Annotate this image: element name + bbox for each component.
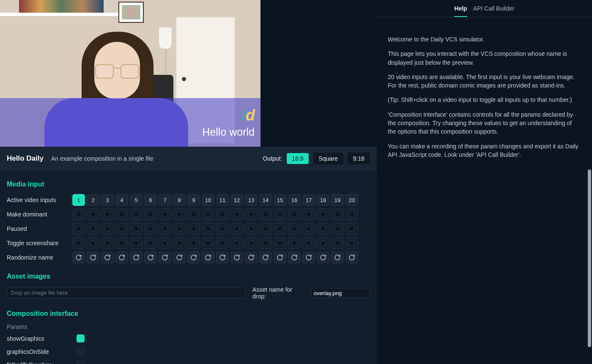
video-input-16-toggle[interactable]: 16 bbox=[288, 194, 301, 206]
video-input-2-toggle[interactable]: 2 bbox=[87, 194, 99, 206]
paused-checkbox-20[interactable] bbox=[345, 223, 358, 235]
video-input-5-toggle[interactable]: 5 bbox=[130, 194, 143, 206]
screenshare-checkbox-9[interactable] bbox=[187, 237, 200, 249]
video-input-20-toggle[interactable]: 20 bbox=[345, 194, 358, 206]
video-input-13-toggle[interactable]: 13 bbox=[245, 194, 258, 206]
randomize-name-button-1[interactable] bbox=[72, 252, 85, 263]
video-input-1-toggle[interactable]: 1 bbox=[72, 194, 85, 206]
paused-checkbox-17[interactable] bbox=[302, 223, 315, 235]
video-input-14-toggle[interactable]: 14 bbox=[259, 194, 272, 206]
aspect-square-button[interactable]: Square bbox=[313, 153, 343, 164]
scrollbar-thumb[interactable] bbox=[588, 170, 591, 347]
video-input-7-toggle[interactable]: 7 bbox=[159, 194, 171, 206]
paused-checkbox-7[interactable] bbox=[159, 223, 171, 235]
dominant-checkbox-12[interactable] bbox=[230, 208, 243, 220]
dominant-checkbox-4[interactable] bbox=[115, 208, 128, 220]
dominant-checkbox-5[interactable] bbox=[130, 208, 143, 220]
video-input-3-toggle[interactable]: 3 bbox=[101, 194, 114, 206]
screenshare-checkbox-2[interactable] bbox=[87, 237, 99, 249]
randomize-name-button-11[interactable] bbox=[216, 252, 229, 263]
tab-help[interactable]: Help bbox=[454, 5, 467, 17]
paused-checkbox-13[interactable] bbox=[245, 223, 258, 235]
video-input-10-toggle[interactable]: 10 bbox=[202, 194, 214, 206]
aspect-9-16-button[interactable]: 9:16 bbox=[348, 153, 370, 164]
aspect-16-9-button[interactable]: 16:9 bbox=[286, 153, 309, 164]
dominant-checkbox-15[interactable] bbox=[274, 208, 286, 220]
paused-checkbox-11[interactable] bbox=[216, 223, 229, 235]
dominant-checkbox-6[interactable] bbox=[144, 208, 157, 220]
video-input-11-toggle[interactable]: 11 bbox=[216, 194, 229, 206]
dominant-checkbox-14[interactable] bbox=[259, 208, 272, 220]
randomize-name-button-6[interactable] bbox=[144, 252, 157, 263]
paused-checkbox-19[interactable] bbox=[331, 223, 344, 235]
randomize-name-button-19[interactable] bbox=[331, 252, 344, 263]
paused-checkbox-16[interactable] bbox=[288, 223, 301, 235]
asset-drop-zone[interactable]: Drop an image file here bbox=[7, 287, 246, 298]
video-input-15-toggle[interactable]: 15 bbox=[274, 194, 286, 206]
dominant-checkbox-3[interactable] bbox=[101, 208, 114, 220]
video-input-6-toggle[interactable]: 6 bbox=[144, 194, 157, 206]
randomize-name-button-10[interactable] bbox=[202, 252, 214, 263]
screenshare-checkbox-19[interactable] bbox=[331, 237, 344, 249]
randomize-name-button-16[interactable] bbox=[288, 252, 301, 263]
screenshare-checkbox-20[interactable] bbox=[345, 237, 358, 249]
dominant-checkbox-20[interactable] bbox=[345, 208, 358, 220]
tab-api-call-builder[interactable]: API Call Builder bbox=[473, 5, 515, 17]
video-input-19-toggle[interactable]: 19 bbox=[331, 194, 344, 206]
paused-checkbox-10[interactable] bbox=[202, 223, 214, 235]
controls-scroll-area[interactable]: Media input Active video inputs 12345678… bbox=[0, 170, 377, 364]
randomize-name-button-5[interactable] bbox=[130, 252, 143, 263]
dominant-checkbox-9[interactable] bbox=[187, 208, 200, 220]
dominant-checkbox-10[interactable] bbox=[202, 208, 214, 220]
paused-checkbox-1[interactable] bbox=[72, 223, 85, 235]
randomize-name-button-20[interactable] bbox=[345, 252, 358, 263]
screenshare-checkbox-18[interactable] bbox=[317, 237, 329, 249]
screenshare-checkbox-1[interactable] bbox=[72, 237, 85, 249]
video-input-4-toggle[interactable]: 4 bbox=[115, 194, 128, 206]
randomize-name-button-8[interactable] bbox=[173, 252, 186, 263]
paused-checkbox-15[interactable] bbox=[274, 223, 286, 235]
paused-checkbox-18[interactable] bbox=[317, 223, 329, 235]
randomize-name-button-15[interactable] bbox=[274, 252, 286, 263]
paused-checkbox-2[interactable] bbox=[87, 223, 99, 235]
dominant-checkbox-7[interactable] bbox=[159, 208, 171, 220]
randomize-name-button-3[interactable] bbox=[101, 252, 114, 263]
dominant-checkbox-1[interactable] bbox=[72, 208, 85, 220]
screenshare-checkbox-6[interactable] bbox=[144, 237, 157, 249]
video-input-18-toggle[interactable]: 18 bbox=[317, 194, 329, 206]
paused-checkbox-8[interactable] bbox=[173, 223, 186, 235]
paused-checkbox-14[interactable] bbox=[259, 223, 272, 235]
paused-checkbox-9[interactable] bbox=[187, 223, 200, 235]
screenshare-checkbox-3[interactable] bbox=[101, 237, 114, 249]
dominant-checkbox-8[interactable] bbox=[173, 208, 186, 220]
screenshare-checkbox-15[interactable] bbox=[274, 237, 286, 249]
screenshare-checkbox-5[interactable] bbox=[130, 237, 143, 249]
screenshare-checkbox-11[interactable] bbox=[216, 237, 229, 249]
randomize-name-button-2[interactable] bbox=[87, 252, 99, 263]
paused-checkbox-3[interactable] bbox=[101, 223, 114, 235]
screenshare-checkbox-12[interactable] bbox=[230, 237, 243, 249]
dominant-checkbox-16[interactable] bbox=[288, 208, 301, 220]
paused-checkbox-6[interactable] bbox=[144, 223, 157, 235]
randomize-name-button-7[interactable] bbox=[159, 252, 171, 263]
randomize-name-button-9[interactable] bbox=[187, 252, 200, 263]
screenshare-checkbox-16[interactable] bbox=[288, 237, 301, 249]
video-input-12-toggle[interactable]: 12 bbox=[230, 194, 243, 206]
param-checkbox-fitGridToGraphics[interactable] bbox=[77, 361, 85, 364]
screenshare-checkbox-4[interactable] bbox=[115, 237, 128, 249]
param-checkbox-showGraphics[interactable] bbox=[77, 334, 85, 342]
randomize-name-button-4[interactable] bbox=[115, 252, 128, 263]
randomize-name-button-14[interactable] bbox=[259, 252, 272, 263]
randomize-name-button-12[interactable] bbox=[230, 252, 243, 263]
screenshare-checkbox-7[interactable] bbox=[159, 237, 171, 249]
screenshare-checkbox-14[interactable] bbox=[259, 237, 272, 249]
paused-checkbox-4[interactable] bbox=[115, 223, 128, 235]
paused-checkbox-12[interactable] bbox=[230, 223, 243, 235]
randomize-name-button-17[interactable] bbox=[302, 252, 315, 263]
dominant-checkbox-2[interactable] bbox=[87, 208, 99, 220]
dominant-checkbox-11[interactable] bbox=[216, 208, 229, 220]
dominant-checkbox-18[interactable] bbox=[317, 208, 329, 220]
randomize-name-button-13[interactable] bbox=[245, 252, 258, 263]
param-checkbox-graphicsOnSide[interactable] bbox=[77, 348, 85, 356]
screenshare-checkbox-17[interactable] bbox=[302, 237, 315, 249]
